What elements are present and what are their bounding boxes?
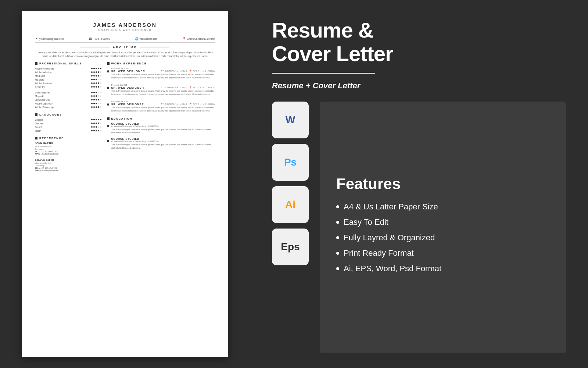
edu-entry: COURSE STUDIED At Warsaw University of T… [107,123,215,134]
education-section: EDUCATION COURSE STUDIED At Warsaw Unive… [107,117,215,150]
skill-item: Dreamweaver [35,91,101,94]
skill-item: MS Excel [35,75,101,77]
feature-text: Fully Layred & Organized [344,233,435,243]
right-column: WORK EXPERIENCE Present-Oct 2014 SR. WEB… [107,62,215,175]
work-entry: Present-Oct 2014 SR. WEB DES IGNER at co… [107,67,215,79]
skill-item: Adobe Photoshop [35,67,101,70]
work-bullet-icon [107,87,109,89]
lang-item: French [35,126,101,128]
languages-title: LANGUAGES [39,113,62,116]
globe-icon: 🌐 [135,37,139,40]
feature-bullet-icon [336,205,339,208]
location-icon: 📍 [182,37,186,40]
skills-header: PROFESSIONAL SKILLS [35,62,101,65]
experience-list: Present-Oct 2014 SR. WEB DES IGNER at co… [107,67,215,113]
edu-entry: COURSE STUDIED At Warsaw University of T… [107,138,215,149]
skill-item: Adobe Photoshop [35,106,101,109]
resume-job-title: GRAPHICS & WEB DESIGNER [35,29,215,31]
languages-section: LANGUAGES English German [35,113,101,132]
contact-website: 🌐 yourwebsite.com [135,37,158,40]
feature-bullet-icon [336,236,339,239]
left-column: PROFESSIONAL SKILLS Adobe Photoshop Adob… [35,62,101,175]
education-header: EDUCATION [107,117,215,120]
resume-page: JAMES ANDERSON GRAPHICS & WEB DESIGNER y… [22,11,228,357]
word-icon: W [272,102,309,138]
reference-item: STEVEN SMITH Vice president of Company T… [35,159,101,171]
feature-item: Fully Layred & Organized [336,233,549,243]
bottom-section: W Ps Ai Eps Features A4 & Us Latter Pape… [272,102,566,353]
reference-square-icon [35,137,37,139]
languages-header: LANGUAGES [35,113,101,116]
about-title: ABOUT ME [35,46,215,49]
experience-square-icon [107,62,110,65]
feature-bullet-icon [336,221,339,224]
lang-item: English [35,118,101,121]
feature-item: Ai, EPS, Word, Psd Format [336,264,549,273]
email-icon [35,38,38,40]
skill-item: Maya 4d [35,95,101,98]
reference-title: REFERRENCE [39,137,64,140]
reference-header: REFERRENCE [35,137,101,140]
education-square-icon [107,117,110,120]
resume-name: JAMES ANDERSON [35,22,215,28]
skill-item: Adobe Illustrator [35,82,101,85]
skills-list-2: Dreamweaver Maya 4d 3d Studio Max [35,91,101,109]
feature-item: Print Ready Format [336,248,549,258]
feature-item: Easy To Edit [336,217,549,227]
resume-preview-panel: JAMES ANDERSON GRAPHICS & WEB DESIGNER y… [0,0,250,368]
eps-icon: Eps [272,229,309,265]
languages-square-icon [35,113,37,116]
lang-item: Italian [35,130,101,132]
work-entry: Present-Oct 2014 SR. WEB DESIGNER at com… [107,100,215,113]
education-title: EDUCATION [111,117,133,120]
skills-square-icon [35,62,37,65]
feature-text: A4 & Us Latter Paper Size [344,202,438,212]
work-bullet-icon [107,103,109,106]
product-info-panel: Resume & Cover Letter Resume + Cover Let… [250,0,588,368]
skill-item: Adobe Lightroom [35,102,101,105]
lang-item: German [35,122,101,125]
contact-bar: youremail@gmail .com ☎ +00 678 910 88 🌐 … [35,35,215,43]
skill-item: CSS/Html [35,86,101,88]
skills-title: PROFESSIONAL SKILLS [39,62,82,65]
reference-section: REFERRENCE JOHN MARTIN Vice president of… [35,137,101,171]
skills-list: Adobe Photoshop Adobe Indesign MS Excel [35,67,101,88]
contact-email: youremail@gmail .com [35,37,64,40]
software-icons-column: W Ps Ai Eps [272,102,312,353]
feature-text: Print Ready Format [344,248,414,258]
about-section: ABOUT ME Lorem ipsums dolors is an demo … [35,46,215,58]
work-bullet-icon [107,70,109,72]
edu-bullet-icon [107,125,109,127]
experience-title: WORK EXPERIENCE [111,62,147,65]
photoshop-icon: Ps [272,144,309,181]
edu-bullet-icon [107,140,109,142]
two-column-section: PROFESSIONAL SKILLS Adobe Photoshop Adob… [35,62,215,175]
contact-phone: ☎ +00 678 910 88 [89,37,110,40]
reference-item: JOHN MARTIN Vice president of Company TE… [35,142,101,155]
resume-header: JAMES ANDERSON GRAPHICS & WEB DESIGNER [35,22,215,31]
about-text: Lorem ipsums dolors is an demo texts con… [35,51,215,58]
contact-address: 📍 Green Street B/19,London [182,37,215,40]
features-title: Features [336,175,549,193]
feature-bullet-icon [336,267,339,270]
experience-header: WORK EXPERIENCE [107,62,215,65]
title-divider [272,73,375,74]
feature-bullet-icon [336,252,339,255]
skill-item: 3d Studio Max [35,99,101,101]
features-panel: Features A4 & Us Latter Paper Size Easy … [320,102,566,353]
subtitle: Resume + Cover Letter [272,81,566,91]
phone-icon: ☎ [89,37,92,40]
work-entry: Present-Oct 2014 SR. WEB DESIGNER at com… [107,84,215,96]
skill-item: MS word [35,78,101,81]
illustrator-icon: Ai [272,186,309,223]
feature-text: Easy To Edit [344,217,388,227]
skill-item: Adobe Indesign [35,71,101,74]
feature-item: A4 & Us Latter Paper Size [336,202,549,212]
main-title: Resume & Cover Letter [272,18,566,66]
feature-text: Ai, EPS, Word, Psd Format [344,264,441,273]
